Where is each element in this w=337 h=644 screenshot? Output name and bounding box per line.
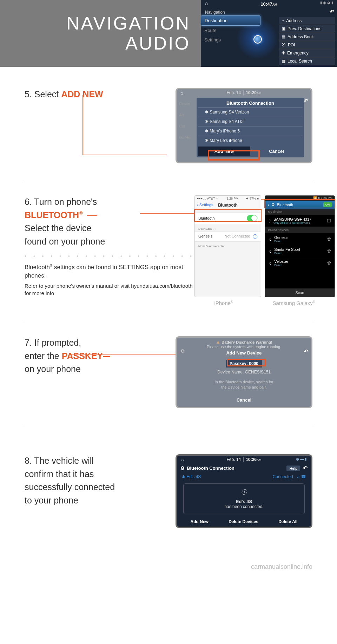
- iphone-device-row: Genesis Not Connected i: [195, 231, 261, 242]
- add-new-button: Add New: [191, 519, 209, 524]
- highlight-box: [208, 150, 260, 161]
- banner-title-line1: NAVIGATION: [66, 13, 190, 33]
- step5-image-area: ⌂ Feb. 14 │ 10:20AM ↶ Destin Ad Cat Go H…: [137, 88, 312, 163]
- android-label: Samsung Galaxy®: [273, 300, 315, 306]
- step6-note1: Bluetooth® settings can be found in SETT…: [25, 263, 194, 280]
- step6-text: 6. Turn on phone's BLUETOOTH® Select the…: [25, 195, 194, 297]
- android-mydevice: ▯ SAMSUNG-SGH-I317Only visible to paired…: [265, 215, 335, 227]
- device-name: Device Name: GENESIS151: [187, 370, 300, 375]
- step5-highlight: ADD NEW: [61, 89, 103, 99]
- nav-item-route: Route: [201, 26, 260, 35]
- book-icon: ▤: [282, 34, 285, 39]
- shot-sidemenu: Destin Ad Cat Go Ho: [179, 98, 197, 143]
- nav-item-emergency: ✚Emergency: [279, 49, 335, 57]
- step8-l1: 8. The vehicle will: [25, 454, 137, 468]
- shot-statusbar: ⌂ Feb. 14 │ 10:26AM ◕ ▬ ▮: [177, 456, 311, 463]
- iphone-back: ‹ Settings: [197, 203, 213, 207]
- step5-text: 5. Select ADD NEW: [25, 88, 137, 163]
- device-item: ✱ Samsung S4 AT&T: [198, 117, 303, 126]
- device-item: ✱ Mary Le's iPhone: [198, 136, 303, 145]
- step8-l3: successfully connected: [25, 481, 137, 494]
- device-item: ✱ Samsung S4 Verizon: [198, 107, 303, 117]
- step7-l2a: enter the: [25, 351, 62, 361]
- nav-item-local: ▦Local Search: [279, 57, 335, 65]
- step5-pre: 5. Select: [25, 89, 61, 99]
- gear-icon: ✿: [327, 236, 331, 242]
- connector-line-v: [82, 95, 83, 155]
- step7-l3: on your phone: [25, 363, 137, 376]
- separator-dots: • • • • • • • • • • • • • • • • • • • •: [25, 253, 194, 259]
- step6-l1: 6. Turn on phone's: [25, 195, 194, 209]
- phone-icon: ▯: [269, 219, 271, 223]
- toggle-on-icon: [247, 215, 257, 221]
- banner-title-line2: AUDIO: [125, 33, 190, 53]
- instructions: In the Bluetooth device, search forthe D…: [187, 379, 300, 390]
- android-scan-button: Scan: [265, 288, 335, 297]
- shot-device-row: ✱ Ed's 4S Connected ♫ ☎: [177, 473, 311, 481]
- headset-icon: ♫: [269, 237, 271, 241]
- headset-icon: ♫: [269, 249, 271, 253]
- phone-labels: iPhone® Samsung Galaxy®: [194, 300, 335, 306]
- spinner-icon: ◌: [213, 227, 216, 230]
- iphone-label: iPhone®: [214, 300, 233, 306]
- content: 5. Select ADD NEW ⌂ Feb. 14 │ 10:20AM ↶ …: [0, 67, 337, 556]
- iphone-navbar: ‹ Settings Bluetooth: [195, 201, 261, 209]
- step7-highlight: PASSKEY: [62, 351, 103, 361]
- home-icon: ⌂: [180, 90, 183, 96]
- banner-title-area: NAVIGATION AUDIO: [0, 0, 201, 67]
- step7-l1: 7. If prompted,: [25, 336, 137, 350]
- signal-icons: ◕ ▬ ▮: [296, 457, 307, 461]
- banner-nav-screenshot: ⌂ 10:47AM ▮ ◉ ◕ ▮ Navigation ↶ Destinati…: [201, 0, 337, 67]
- iphone-title: Bluetooth: [218, 203, 238, 208]
- step7-image-area: ▲ Battery Discharge Warning! Please use …: [137, 336, 312, 408]
- iphone-discoverable: Now Discoverable: [195, 242, 261, 249]
- nav-item-prev: ▣Prev. Destinations: [279, 25, 335, 33]
- signal-icons: ▮ ◉ ◕ ▮: [320, 1, 333, 5]
- history-icon: ▣: [282, 26, 285, 31]
- gear-icon: ✿: [327, 260, 331, 266]
- android-screenshot: 📶 ▮ 2:36 PM ‹ ⚙ Bluetooth ON My device ▯…: [265, 195, 335, 297]
- android-device: ♫ VelosterPaired ✿: [265, 257, 335, 269]
- header-banner: NAVIGATION AUDIO ⌂ 10:47AM ▮ ◉ ◕ ▮ Navig…: [0, 0, 337, 67]
- iphone-statusbar: ●●●○○ AT&T ᯤ 1:26 PM ✱ 87% ■: [195, 196, 261, 201]
- step6-note2: Refer to your phone's owner's manual or …: [25, 282, 194, 297]
- dialog-title: Bluetooth Connection: [198, 99, 303, 107]
- gear-icon: ⚙: [180, 466, 185, 471]
- nav-item-poi: ⦿POI: [279, 41, 335, 49]
- nav-orb-icon: [253, 35, 262, 44]
- step7-text: 7. If prompted, enter the PASSKEY on you…: [25, 336, 137, 408]
- android-section-paired: Paired devices: [265, 227, 335, 233]
- gear-icon: ✿: [327, 248, 331, 254]
- step6-highlight: BLUETOOTH®: [25, 210, 83, 220]
- connector-line: [82, 155, 167, 155]
- checkbox-icon: ☐: [327, 218, 331, 223]
- cancel-button: Cancel: [187, 395, 300, 405]
- shot-buttons: Add New Delete Devices Delete All: [177, 517, 311, 526]
- nav-right-menu: ⌂Address ▣Prev. Destinations ▤Address Bo…: [279, 17, 335, 65]
- iphone-screenshot: ●●●○○ AT&T ᯤ 1:26 PM ✱ 87% ■ ‹ Settings …: [194, 195, 261, 297]
- step8-text: 8. The vehicle will confirm that it has …: [25, 454, 137, 528]
- step-8: 8. The vehicle will confirm that it has …: [25, 426, 312, 546]
- gear-icon: ⚙: [180, 348, 185, 354]
- nav-header: Navigation: [204, 9, 334, 15]
- shot-title-row: ⚙ Bluetooth Connection Help ↶: [177, 463, 311, 473]
- step-7: 7. If prompted, enter the PASSKEY on you…: [25, 322, 312, 426]
- step7-screenshot: ▲ Battery Discharge Warning! Please use …: [176, 336, 312, 408]
- status-time: 10:47AM: [201, 1, 337, 8]
- step-5: 5. Select ADD NEW ⌂ Feb. 14 │ 10:20AM ↶ …: [25, 84, 312, 181]
- nav-item-settings: Settings: [201, 35, 260, 45]
- connector-line: [71, 354, 189, 354]
- search-icon: ⦿: [282, 43, 286, 47]
- dialog-title: Add New Device: [187, 350, 300, 356]
- local-icon: ▦: [282, 59, 285, 64]
- step6-l3: found on your phone: [25, 235, 194, 248]
- nav-item-destination: Destination: [201, 15, 260, 26]
- confirm-msg: has been connected.: [189, 504, 299, 509]
- step6-image-area: ●●●○○ AT&T ᯤ 1:26 PM ✱ 87% ■ ‹ Settings …: [194, 195, 335, 297]
- highlight-box: [227, 359, 266, 366]
- home-icon: ⌂: [282, 18, 284, 23]
- step6-l2: Select the device: [25, 222, 194, 235]
- step8-l2: confirm that it has: [25, 468, 137, 481]
- nav-left-menu: Destination Route Settings: [201, 15, 260, 45]
- confirm-device: Ed's 4S: [189, 499, 299, 504]
